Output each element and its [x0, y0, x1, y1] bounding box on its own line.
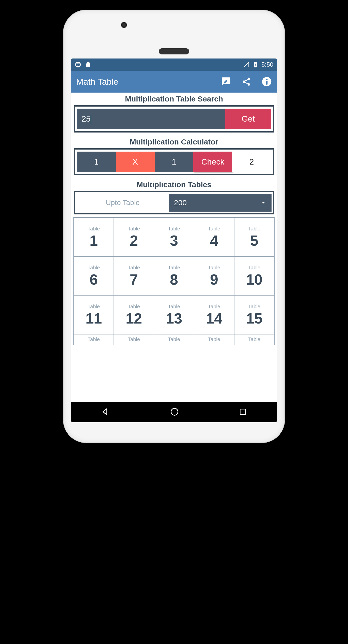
table-label: Table — [128, 304, 140, 310]
app-actions — [221, 77, 272, 87]
upto-label: Upto Table — [76, 194, 169, 212]
svg-rect-5 — [255, 62, 256, 63]
upto-panel: Upto Table 200 — [74, 191, 274, 214]
table-card-6[interactable]: Table6 — [73, 256, 114, 296]
table-card-13[interactable]: Table13 — [154, 295, 194, 334]
calc-operator: X — [116, 152, 155, 172]
search-input[interactable]: 25 — [77, 109, 225, 129]
recent-icon[interactable] — [239, 408, 247, 417]
svg-point-8 — [248, 83, 250, 86]
calc-section-title: Multiplication Calculator — [71, 136, 277, 148]
table-card-partial[interactable]: Table — [114, 334, 154, 345]
table-label: Table — [208, 304, 220, 310]
table-num: 9 — [210, 272, 218, 287]
table-label: Table — [88, 265, 100, 271]
upto-row: Upto Table 200 — [76, 194, 272, 212]
table-card-12[interactable]: Table12 — [114, 295, 154, 334]
upto-select[interactable]: 200 — [169, 194, 272, 212]
quote-icon: 99 — [75, 61, 81, 68]
table-card-11[interactable]: Table11 — [73, 295, 114, 334]
svg-point-10 — [266, 79, 268, 80]
svg-rect-13 — [240, 409, 246, 414]
svg-point-2 — [87, 63, 88, 63]
status-bar: 99 5:50 — [71, 58, 277, 71]
search-panel: 25 Get — [74, 105, 274, 133]
table-card-8[interactable]: Table8 — [154, 256, 194, 296]
status-time: 5:50 — [261, 61, 273, 68]
table-num: 11 — [86, 311, 102, 326]
table-num: 1 — [90, 233, 98, 248]
table-card-3[interactable]: Table3 — [154, 217, 194, 257]
svg-point-6 — [248, 78, 250, 80]
table-num: 10 — [246, 272, 263, 287]
table-num: 15 — [246, 311, 263, 326]
watermark: 25 — [223, 349, 257, 384]
table-num: 12 — [126, 311, 142, 326]
table-card-10[interactable]: Table10 — [234, 256, 275, 296]
table-label: Table — [88, 304, 100, 310]
home-icon[interactable] — [170, 407, 179, 417]
table-card-partial[interactable]: Table — [154, 334, 194, 345]
table-label: Table — [248, 265, 260, 271]
edit-icon[interactable] — [221, 77, 231, 87]
table-label: Table — [168, 304, 180, 310]
table-num: 4 — [210, 233, 218, 248]
table-card-5[interactable]: Table5 — [234, 217, 275, 257]
table-num: 8 — [170, 272, 178, 287]
calc-panel: 1 X 1 Check 2 — [74, 148, 274, 175]
table-card-partial[interactable]: Table — [234, 334, 275, 345]
table-card-9[interactable]: Table9 — [194, 256, 234, 296]
table-label: Table — [248, 226, 260, 232]
svg-point-3 — [89, 63, 89, 63]
table-card-2[interactable]: Table2 — [114, 217, 154, 257]
table-label: Table — [208, 336, 220, 342]
table-label: Table — [208, 265, 220, 271]
svg-point-7 — [243, 80, 245, 83]
table-num: 6 — [90, 272, 98, 287]
table-num: 5 — [250, 233, 258, 248]
table-label: Table — [248, 336, 260, 342]
tables-section-title: Multiplication Tables — [71, 178, 277, 191]
upto-value: 200 — [174, 198, 187, 207]
table-card-15[interactable]: Table15 — [234, 295, 275, 334]
content: Multiplication Table Search 25 Get Multi… — [71, 93, 277, 344]
share-icon[interactable] — [241, 77, 251, 87]
table-card-14[interactable]: Table14 — [194, 295, 234, 334]
table-label: Table — [128, 265, 140, 271]
table-label: Table — [168, 226, 180, 232]
calc-result: 2 — [232, 152, 271, 172]
table-label: Table — [88, 226, 100, 232]
check-button[interactable]: Check — [193, 152, 232, 172]
get-button[interactable]: Get — [225, 109, 271, 129]
signal-icon — [243, 61, 250, 68]
table-card-7[interactable]: Table7 — [114, 256, 154, 296]
phone-camera — [121, 22, 127, 28]
phone-speaker — [159, 48, 189, 54]
table-label: Table — [208, 226, 220, 232]
info-icon[interactable] — [262, 77, 272, 87]
table-card-partial[interactable]: Table — [73, 334, 114, 345]
table-num: 13 — [166, 311, 182, 326]
chevron-down-icon — [260, 200, 266, 206]
table-num: 14 — [206, 311, 223, 326]
status-right: 5:50 — [243, 61, 273, 68]
phone-frame: 99 5:50 Math Table — [64, 10, 284, 443]
android-icon — [85, 61, 91, 68]
battery-icon — [252, 61, 259, 68]
calc-operand-b[interactable]: 1 — [155, 152, 194, 172]
back-icon[interactable] — [101, 407, 110, 417]
table-label: Table — [88, 336, 100, 342]
calc-row: 1 X 1 Check 2 — [77, 152, 271, 172]
table-card-partial[interactable]: Table — [194, 334, 234, 345]
android-nav-bar — [71, 402, 277, 422]
calc-operand-a[interactable]: 1 — [77, 152, 116, 172]
svg-point-12 — [171, 408, 178, 415]
table-card-1[interactable]: Table1 — [73, 217, 114, 257]
search-section-title: Multiplication Table Search — [71, 93, 277, 105]
tables-grid: Table1 Table2 Table3 Table4 Table5 Table… — [74, 217, 274, 334]
table-num: 2 — [130, 233, 138, 248]
table-label: Table — [248, 304, 260, 310]
app-title: Math Table — [76, 77, 118, 87]
table-card-4[interactable]: Table4 — [194, 217, 234, 257]
svg-rect-11 — [266, 81, 268, 85]
